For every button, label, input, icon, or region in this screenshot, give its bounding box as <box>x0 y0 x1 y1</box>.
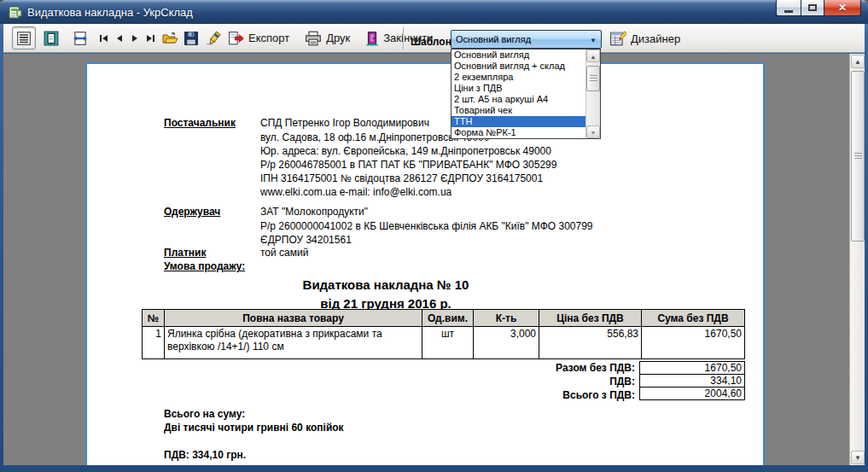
dropdown-item[interactable]: Ціни з ПДВ <box>451 83 585 94</box>
edit-pencil-icon <box>206 31 223 46</box>
supplier-details: вул. Садова, 18 оф.16 м.Дніпропетровськ … <box>260 131 556 199</box>
dropdown-scrollbar-thumb[interactable] <box>586 66 600 91</box>
save-floppy-icon <box>184 31 199 46</box>
export-label: Експорт <box>248 32 289 44</box>
total-net-value: 1670,50 <box>639 361 745 375</box>
preview-area: Постачальник СПД Петренко Ігор Володимир… <box>3 54 865 465</box>
export-button[interactable]: Експорт <box>226 26 291 50</box>
view-page-width-button[interactable] <box>68 26 92 50</box>
vertical-scrollbar[interactable]: ▲ ▼ <box>849 54 865 465</box>
dropdown-item[interactable]: Форма №РК-1 <box>451 127 585 138</box>
total-net-label: Разом без ПДВ: <box>142 362 635 376</box>
app-window: Видаткова накладна - УкрСклад ✕ <box>0 0 868 472</box>
invoice-document: Постачальник СПД Петренко Ігор Володимир… <box>87 64 763 465</box>
print-button[interactable]: Друк <box>303 26 352 50</box>
total-gross-value: 2004,60 <box>639 387 745 400</box>
dropdown-scrollbar[interactable]: ▲ ▼ <box>585 50 600 138</box>
payer-label: Платник <box>164 247 206 259</box>
next-page-icon <box>129 32 141 44</box>
table-row: 1 Ялинка срібна (декоративна з прикрасам… <box>143 327 745 359</box>
whole-page-icon <box>44 31 59 46</box>
thumb-gripper <box>854 153 862 160</box>
template-combobox-value: Основний вигляд <box>456 34 531 44</box>
scroll-up-icon[interactable]: ▲ <box>851 55 865 68</box>
view-continuous-button[interactable] <box>12 26 36 50</box>
terms-label: Умова продажу: <box>164 260 245 272</box>
receiver-details: Р/р 2600000041002 в КБ Шевченківська філ… <box>260 219 593 247</box>
prev-page-icon <box>114 32 125 44</box>
open-folder-icon <box>161 31 178 46</box>
receiver-name: ЗАТ "Молокопродукти" <box>260 206 368 218</box>
close-button[interactable]: ✕ <box>824 0 861 16</box>
sum-in-words: Дві тисячі чотири гривні 60 копійок <box>164 422 344 434</box>
save-button[interactable] <box>182 26 201 50</box>
template-dropdown-list: Основний вигляд Основний вигляд + склад … <box>451 49 601 139</box>
dropdown-scroll-down-icon[interactable]: ▼ <box>586 125 600 138</box>
dropdown-item[interactable]: Основний вигляд + склад <box>451 61 585 72</box>
dropdown-item[interactable]: 2 шт. А5 на аркуші А4 <box>451 94 585 105</box>
designer-button[interactable]: Дизайнер <box>608 27 682 50</box>
minimize-icon <box>784 10 793 13</box>
designer-label: Дизайнер <box>631 32 680 45</box>
document-page: Постачальник СПД Петренко Ігор Володимир… <box>85 62 765 465</box>
designer-icon <box>609 31 626 47</box>
page-lines-icon <box>16 31 32 46</box>
open-button[interactable] <box>160 26 180 50</box>
dropdown-item[interactable]: Товарний чек <box>451 105 585 116</box>
printer-icon <box>305 31 322 46</box>
page-width-icon <box>73 31 88 46</box>
supplier-label: Постачальник <box>164 117 236 129</box>
first-page-button[interactable] <box>97 28 110 49</box>
maximize-icon <box>808 4 817 11</box>
sum-in-words-label: Всього на суму: <box>164 408 245 420</box>
template-combobox[interactable]: Основний вигляд ▼ <box>451 30 602 49</box>
scroll-down-icon[interactable]: ▼ <box>851 451 865 464</box>
toolbar: Експорт Друк Закінчити Шаблон: <box>3 24 865 53</box>
toolbar-separator <box>403 27 404 50</box>
dropdown-scroll-up-icon[interactable]: ▲ <box>586 50 600 62</box>
chevron-down-icon: ▼ <box>590 37 597 44</box>
maximize-button[interactable] <box>801 0 824 16</box>
items-table: № Повна назва товару Од.вим. К-ть Ціна б… <box>142 309 745 359</box>
last-page-button[interactable] <box>143 28 156 49</box>
total-gross-label: Всього з ПДВ: <box>142 389 635 403</box>
prev-page-button[interactable] <box>113 28 125 49</box>
print-label: Друк <box>326 32 350 44</box>
dropdown-item[interactable]: Основний вигляд <box>451 50 585 61</box>
scrollbar-thumb[interactable] <box>851 71 865 242</box>
titlebar[interactable]: Видаткова накладна - УкрСклад ✕ <box>0 0 868 24</box>
close-icon: ✕ <box>838 2 847 14</box>
supplier-name: СПД Петренко Ігор Володимирович <box>260 117 429 129</box>
total-vat-value: 334,10 <box>639 374 745 388</box>
next-page-button[interactable] <box>128 28 141 49</box>
app-icon <box>8 5 22 19</box>
exit-door-icon <box>365 31 379 46</box>
receiver-label: Одержувач <box>164 206 220 218</box>
invoice-title: Видаткова накладна № 10 <box>87 277 684 292</box>
thumb-gripper <box>590 75 597 82</box>
minimize-button[interactable] <box>776 0 801 16</box>
vat-amount-line: ПДВ: 334,10 грн. <box>164 449 246 461</box>
window-title: Видаткова накладна - УкрСклад <box>27 6 193 19</box>
items-table-header: № Повна назва товару Од.вим. К-ть Ціна б… <box>143 310 745 327</box>
dropdown-item-selected[interactable]: ТТН <box>451 116 585 127</box>
total-vat-label: ПДВ: <box>142 376 635 389</box>
edit-button[interactable] <box>204 26 224 50</box>
export-icon <box>228 31 244 46</box>
last-page-icon <box>144 32 156 44</box>
payer-value: той самий <box>260 247 308 259</box>
template-label: Шаблон: <box>411 36 455 48</box>
first-page-icon <box>98 32 110 44</box>
view-whole-page-button[interactable] <box>39 26 63 50</box>
dropdown-item[interactable]: 2 екземпляра <box>451 72 585 83</box>
